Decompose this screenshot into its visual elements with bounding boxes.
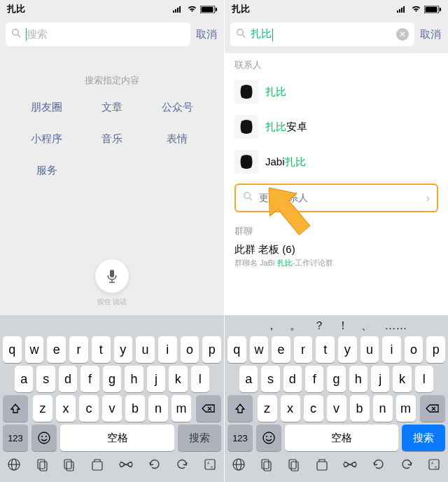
- undo-icon[interactable]: [148, 457, 162, 474]
- redo-icon[interactable]: [175, 457, 189, 474]
- translate-icon[interactable]: A文: [203, 457, 217, 474]
- key-b[interactable]: b: [350, 395, 370, 422]
- key-d[interactable]: d: [284, 366, 302, 392]
- key-f[interactable]: f: [305, 366, 323, 392]
- key-j[interactable]: j: [371, 366, 389, 392]
- search-input[interactable]: 搜索: [6, 22, 190, 46]
- predict-item[interactable]: ，: [266, 319, 277, 333]
- contact-result[interactable]: Jabi扎比: [225, 144, 448, 179]
- translate-icon[interactable]: A文: [427, 457, 441, 474]
- predict-bar[interactable]: ，。？！、……: [225, 318, 448, 333]
- key-m[interactable]: m: [396, 395, 416, 422]
- backspace-key[interactable]: [420, 395, 445, 422]
- predict-item[interactable]: ？: [314, 319, 325, 333]
- shift-key[interactable]: [3, 395, 28, 422]
- predict-item[interactable]: ！: [337, 319, 349, 333]
- key-z[interactable]: z: [258, 395, 277, 422]
- key-e[interactable]: e: [272, 336, 290, 363]
- globe-icon[interactable]: [7, 457, 21, 474]
- key-k[interactable]: k: [169, 366, 187, 392]
- redo-icon[interactable]: [400, 457, 414, 474]
- key-u[interactable]: u: [136, 336, 155, 363]
- suggest-item[interactable]: 服务: [36, 164, 57, 177]
- copy-icon[interactable]: [259, 457, 273, 474]
- key-l[interactable]: l: [191, 366, 209, 392]
- space-key[interactable]: 空格: [285, 425, 398, 451]
- key-v[interactable]: v: [327, 395, 346, 422]
- key-i[interactable]: i: [382, 336, 401, 363]
- key-c[interactable]: c: [304, 395, 323, 422]
- key-i[interactable]: i: [158, 336, 177, 363]
- suggest-item[interactable]: 公众号: [162, 101, 193, 114]
- scissors-icon[interactable]: [118, 460, 134, 472]
- predict-item[interactable]: ……: [385, 319, 407, 332]
- key-s[interactable]: s: [36, 366, 55, 392]
- key-k[interactable]: k: [393, 366, 411, 392]
- cancel-button[interactable]: 取消: [196, 28, 218, 41]
- key-h[interactable]: h: [349, 366, 368, 392]
- emoji-key[interactable]: [31, 425, 57, 451]
- globe-icon[interactable]: [232, 457, 246, 474]
- key-m[interactable]: m: [172, 395, 191, 422]
- key-v[interactable]: v: [102, 395, 122, 422]
- copy2-icon[interactable]: [62, 457, 76, 474]
- predict-item[interactable]: 、: [361, 319, 372, 333]
- clear-icon[interactable]: ✕: [396, 28, 409, 41]
- key-w[interactable]: w: [25, 336, 44, 363]
- key-p[interactable]: p: [426, 336, 445, 363]
- key-t[interactable]: t: [316, 336, 335, 363]
- key-d[interactable]: d: [59, 366, 77, 392]
- clipboard-icon[interactable]: [90, 457, 104, 474]
- mic-button[interactable]: [95, 259, 129, 293]
- key-p[interactable]: p: [202, 336, 221, 363]
- key-r[interactable]: r: [294, 336, 313, 363]
- key-q[interactable]: q: [227, 336, 246, 363]
- key-y[interactable]: y: [338, 336, 357, 363]
- key-o[interactable]: o: [181, 336, 200, 363]
- cancel-button[interactable]: 取消: [420, 28, 442, 41]
- search-input[interactable]: 扎比 ✕: [230, 22, 414, 46]
- key-q[interactable]: q: [3, 336, 22, 363]
- shift-key[interactable]: [227, 395, 253, 422]
- clipboard-icon[interactable]: [315, 457, 329, 474]
- numeric-key[interactable]: 123: [227, 425, 253, 451]
- contact-result[interactable]: 扎比安卓: [225, 109, 448, 144]
- key-x[interactable]: x: [56, 395, 76, 422]
- key-o[interactable]: o: [405, 336, 424, 363]
- key-g[interactable]: g: [327, 366, 345, 392]
- key-s[interactable]: s: [261, 366, 279, 392]
- key-f[interactable]: f: [80, 366, 99, 392]
- key-g[interactable]: g: [103, 366, 121, 392]
- copy-icon[interactable]: [35, 457, 49, 474]
- suggest-item[interactable]: 朋友圈: [31, 101, 62, 114]
- key-a[interactable]: a: [15, 366, 33, 392]
- key-y[interactable]: y: [114, 336, 133, 363]
- contact-result[interactable]: 扎比: [225, 74, 448, 109]
- undo-icon[interactable]: [372, 457, 386, 474]
- key-u[interactable]: u: [360, 336, 379, 363]
- scissors-icon[interactable]: [342, 460, 358, 472]
- emoji-key[interactable]: [256, 425, 281, 451]
- key-l[interactable]: l: [415, 366, 433, 392]
- key-t[interactable]: t: [92, 336, 111, 363]
- space-key[interactable]: 空格: [60, 425, 174, 451]
- key-x[interactable]: x: [281, 395, 300, 422]
- suggest-item[interactable]: 小程序: [31, 132, 62, 146]
- key-j[interactable]: j: [147, 366, 165, 392]
- key-z[interactable]: z: [33, 395, 52, 422]
- key-b[interactable]: b: [125, 395, 145, 422]
- group-result[interactable]: 此群 老板 (6) 群聊名 JaBi 扎比-工作讨论群: [225, 240, 448, 273]
- key-n[interactable]: n: [148, 395, 168, 422]
- key-e[interactable]: e: [47, 336, 66, 363]
- key-n[interactable]: n: [373, 395, 393, 422]
- key-c[interactable]: c: [79, 395, 99, 422]
- backspace-key[interactable]: [196, 395, 221, 422]
- numeric-key[interactable]: 123: [3, 425, 28, 451]
- key-r[interactable]: r: [69, 336, 88, 363]
- suggest-item[interactable]: 文章: [102, 101, 122, 114]
- key-a[interactable]: a: [239, 366, 258, 392]
- search-action-key[interactable]: 搜索: [178, 425, 221, 451]
- copy2-icon[interactable]: [287, 457, 301, 474]
- predict-item[interactable]: 。: [290, 319, 301, 333]
- key-h[interactable]: h: [125, 366, 143, 392]
